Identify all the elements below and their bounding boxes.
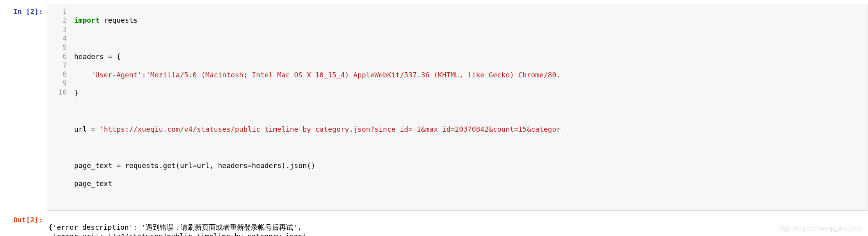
call-requests: requests: [121, 161, 159, 170]
code-line[interactable]: import requests: [74, 16, 864, 25]
operator-eq: =: [108, 52, 112, 61]
code-line-blank[interactable]: [74, 143, 864, 152]
code-area[interactable]: 1 2 3 4 5 6 7 8 9 10 import requests hea…: [47, 4, 868, 208]
line-gutter: 1 2 3 4 5 6 7 8 9 10: [47, 4, 71, 208]
code-line[interactable]: headers = {: [74, 52, 864, 61]
gutter-line: 10: [47, 88, 67, 97]
code-line[interactable]: 'User-Agent':'Mozilla/5.0 (Macintosh; In…: [74, 70, 864, 79]
operator-eq: =: [192, 161, 197, 170]
operator-eq: =: [116, 161, 121, 170]
gutter-line: 7: [47, 61, 67, 70]
var-pagetext: page_text: [74, 161, 116, 170]
output-line: {'error_description': '遇到错误，请刷新页面或者重新登录帐…: [48, 223, 302, 231]
code-line[interactable]: }: [74, 88, 864, 97]
indent: [74, 71, 91, 79]
var-url: url: [74, 125, 91, 133]
code-editor[interactable]: import requests headers = { 'User-Agent'…: [71, 4, 868, 208]
output-cell: Out[2]: {'error_description': '遇到错误，请刷新页…: [0, 212, 868, 236]
keyword-import: import: [74, 16, 100, 24]
operator-eq: =: [91, 125, 95, 133]
input-area: 1 2 3 4 5 6 7 8 9 10 import requests hea…: [47, 4, 868, 211]
gutter-line: 5: [47, 43, 67, 52]
arg-url: url, headers: [197, 161, 247, 170]
string-key: 'User-Agent': [91, 71, 142, 79]
gutter-line: 3: [47, 25, 67, 34]
code-line-blank[interactable]: [74, 34, 864, 43]
call-get: .get(url: [159, 161, 193, 170]
string-url: 'https://xueqiu.com/v4/statuses/public_t…: [100, 125, 560, 133]
output-prompt: Out[2]:: [0, 212, 47, 236]
notebook: In [2]: 1 2 3 4 5 6 7 8 9 10 import requ…: [0, 0, 868, 236]
call-json: .json(): [286, 161, 315, 170]
colon: :: [142, 71, 146, 79]
output-area: {'error_description': '遇到错误，请刷新页面或者重新登录帐…: [47, 212, 868, 236]
string-value: 'Mozilla/5.0 (Macintosh; Intel Mac OS X …: [146, 71, 560, 79]
gutter-line: 6: [47, 52, 67, 61]
output-line: 'error_uri': '/v4/statuses/public_timeli…: [48, 232, 311, 236]
module-name: requests: [100, 16, 138, 24]
code-line-blank[interactable]: [74, 106, 864, 115]
gutter-line: 2: [47, 16, 67, 25]
var-headers: headers: [74, 52, 108, 61]
code-line[interactable]: page_text: [74, 179, 864, 188]
expr-pagetext: page_text: [74, 179, 112, 188]
operator-eq: =: [247, 161, 252, 170]
gutter-line: 9: [47, 79, 67, 88]
brace-close: }: [74, 89, 78, 97]
gutter-line: 1: [47, 7, 67, 16]
input-prompt: In [2]:: [0, 4, 47, 211]
code-line[interactable]: page_text = requests.get(url=url, header…: [74, 161, 864, 170]
arg-headers: headers): [252, 161, 286, 170]
brace-open: {: [112, 52, 121, 61]
input-cell: In [2]: 1 2 3 4 5 6 7 8 9 10 import requ…: [0, 4, 868, 211]
gutter-line: 4: [47, 34, 67, 43]
code-line[interactable]: url = 'https://xueqiu.com/v4/statuses/pu…: [74, 125, 864, 134]
gutter-line: 8: [47, 70, 67, 79]
